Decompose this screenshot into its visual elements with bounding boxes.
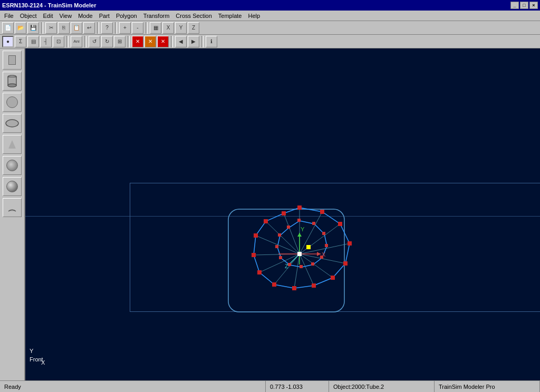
svg-rect-54: [275, 245, 278, 248]
svg-rect-46: [312, 222, 315, 225]
oblate-sphere-icon: [5, 118, 19, 129]
menu-file[interactable]: File: [1, 12, 17, 20]
svg-rect-56: [287, 226, 290, 229]
svg-rect-45: [297, 219, 301, 222]
cut-button[interactable]: ✂: [45, 22, 57, 34]
delete-orange-button[interactable]: ✕: [144, 36, 156, 47]
grid-button[interactable]: ▦: [150, 22, 161, 34]
svg-rect-53: [279, 256, 282, 259]
svg-text:Z: Z: [285, 263, 288, 269]
svg-text:Y: Y: [301, 226, 305, 232]
select-button[interactable]: ●: [2, 36, 14, 47]
y-axis-button[interactable]: Y: [175, 22, 187, 34]
menu-mode[interactable]: Mode: [75, 12, 96, 20]
info-button[interactable]: ℹ: [206, 36, 217, 47]
sep7: [128, 36, 130, 47]
svg-rect-38: [257, 270, 262, 275]
menu-template[interactable]: Template: [215, 12, 245, 20]
window-title: ESRN130-2124 - TrainSim Modeler: [2, 2, 97, 8]
globe2-icon: [6, 181, 18, 192]
animate-button[interactable]: Ani: [71, 36, 82, 47]
partial-sphere-icon: [6, 202, 18, 213]
svg-line-20: [284, 213, 300, 254]
rotate-left-button[interactable]: ↺: [89, 36, 100, 47]
globe2-tool[interactable]: [3, 177, 22, 196]
svg-rect-37: [272, 282, 276, 287]
next-button[interactable]: ▶: [188, 36, 199, 47]
zoom-out-button[interactable]: -: [132, 22, 143, 34]
open-button[interactable]: 📂: [15, 22, 26, 34]
svg-rect-49: [320, 256, 323, 259]
undo-button[interactable]: ↩: [83, 22, 95, 34]
x-axis-button[interactable]: X: [162, 22, 174, 34]
sep3: [115, 22, 117, 34]
menu-help[interactable]: Help: [245, 12, 263, 20]
minimize-button[interactable]: _: [510, 2, 519, 9]
help-button[interactable]: ?: [101, 22, 113, 34]
status-bar: Ready 0.773 -1.033 Object:2000:Tube.2 Tr…: [0, 380, 540, 392]
paste-button[interactable]: 📋: [71, 22, 82, 34]
menu-object[interactable]: Object: [17, 12, 40, 20]
box-tool[interactable]: [3, 51, 22, 70]
svg-rect-55: [278, 233, 281, 237]
menu-transform[interactable]: Transform: [140, 12, 173, 20]
svg-rect-44: [306, 245, 311, 249]
toolbar1: 📄 📂 💾 ✂ ⎘ 📋 ↩ ? + - ▦ X Y Z: [0, 21, 540, 35]
close-button[interactable]: ×: [529, 2, 538, 9]
menu-cross-section[interactable]: Cross Section: [172, 12, 215, 20]
sep1: [41, 22, 43, 34]
sigma-button[interactable]: Σ: [15, 36, 26, 47]
svg-rect-4: [228, 209, 344, 312]
delete-red-button[interactable]: ✕: [132, 36, 143, 47]
menu-edit[interactable]: Edit: [40, 12, 56, 20]
sphere-tool[interactable]: [3, 93, 22, 112]
svg-rect-31: [338, 222, 342, 226]
menu-polygon[interactable]: Polygon: [113, 12, 140, 20]
svg-rect-36: [292, 286, 296, 290]
sidebar: [0, 48, 25, 380]
new-button[interactable]: 📄: [2, 22, 14, 34]
y-axis-label: Y: [30, 348, 33, 354]
cylinder-tool[interactable]: [3, 72, 22, 91]
toolbar2: ● Σ ▤ ┤ ⊡ Ani ↺ ↻ ⊞ ✕ ✕ ✕ ◀ ▶ ℹ: [0, 35, 540, 48]
copy-button[interactable]: ⎘: [58, 22, 70, 34]
rotate-right-button[interactable]: ↻: [101, 36, 113, 47]
svg-rect-39: [252, 253, 256, 257]
menu-view[interactable]: View: [56, 12, 75, 20]
svg-point-2: [8, 84, 16, 87]
box-icon: [8, 55, 16, 65]
title-bar-controls[interactable]: _ □ ×: [510, 2, 538, 9]
z-axis-button[interactable]: Z: [188, 22, 199, 34]
prev-button[interactable]: ◀: [175, 36, 187, 47]
oblate-sphere-tool[interactable]: [3, 114, 22, 133]
save-button[interactable]: 💾: [27, 22, 39, 34]
menu-part[interactable]: Part: [96, 12, 113, 20]
extrude-button[interactable]: ⊡: [53, 36, 64, 47]
partial-sphere-tool[interactable]: [3, 198, 22, 217]
status-object: Object:2000:Tube.2: [329, 381, 435, 392]
maximize-button[interactable]: □: [520, 2, 528, 9]
shape-svg: X Y Z: [25, 48, 540, 380]
cone-tool[interactable]: [3, 135, 22, 154]
svg-rect-47: [322, 232, 325, 235]
select-all-button[interactable]: ⊞: [114, 36, 126, 47]
title-bar: ESRN130-2124 - TrainSim Modeler _ □ ×: [0, 0, 540, 11]
svg-line-9: [300, 224, 340, 254]
main-area: X Y Z: [0, 48, 540, 380]
grid2-button[interactable]: ▤: [27, 36, 39, 47]
svg-rect-35: [312, 283, 316, 288]
svg-marker-5: [254, 208, 350, 288]
zoom-in-button[interactable]: +: [119, 22, 131, 34]
status-coordinates: 0.773 -1.033: [266, 381, 329, 392]
svg-rect-52: [288, 263, 291, 266]
svg-rect-48: [325, 244, 328, 247]
globe1-icon: [6, 160, 18, 171]
svg-line-19: [266, 221, 300, 254]
canvas-area[interactable]: X Y Z: [25, 48, 540, 380]
measure-button[interactable]: ┤: [40, 36, 52, 47]
svg-line-18: [256, 236, 300, 254]
cylinder-icon: [7, 74, 17, 88]
svg-rect-33: [343, 261, 348, 266]
globe1-tool[interactable]: [3, 156, 22, 175]
delete-all-button[interactable]: ✕: [157, 36, 169, 47]
